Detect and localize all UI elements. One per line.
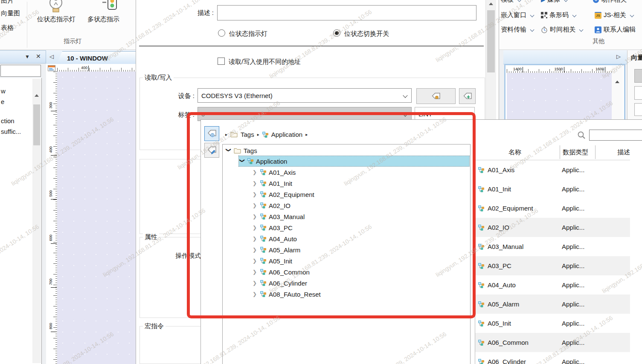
tree-item-root[interactable]: ❯ Tags (226, 145, 257, 156)
dock-filter-input[interactable] (0, 65, 41, 77)
chevron-down-icon[interactable]: ❯ (239, 159, 245, 164)
column-header-datatype[interactable]: 数据类型 (563, 148, 588, 156)
breadcrumb-root[interactable]: Tags (241, 131, 254, 138)
table-row[interactable]: A06_CommonApplic... (475, 333, 630, 352)
tree-item[interactable]: ❯A03_Manual (253, 211, 305, 222)
tab-scroll-right-icon[interactable]: ▷ (616, 54, 621, 59)
ruler-tick (523, 67, 523, 72)
ribbon-item-table[interactable]: 表格 (1, 24, 14, 32)
ribbon-item-barcode[interactable]: 条形码 (541, 11, 576, 19)
tree-item[interactable]: ❯A01_Axis (253, 167, 296, 177)
column-header-description[interactable]: 描述 (617, 148, 630, 156)
column-header-name[interactable]: 名称 (508, 148, 521, 156)
ribbon-item-picture[interactable]: 图片 (1, 0, 14, 5)
ribbon-item-time-related[interactable]: 时间相关 (541, 26, 583, 34)
chevron-right-icon[interactable]: ❯ (253, 180, 258, 186)
list-item[interactable]: e (1, 98, 4, 105)
search-input[interactable] (589, 130, 642, 141)
dock-menu-icon[interactable]: ▼ (25, 54, 30, 60)
table-row[interactable]: A03_PCApplic... (475, 256, 630, 275)
column-divider[interactable] (595, 145, 596, 159)
chevron-right-icon[interactable]: ❯ (253, 269, 258, 275)
ribbon-item-bit-lamp[interactable]: 位状态指示灯 (35, 15, 77, 23)
chevron-right-icon[interactable]: ❯ (253, 236, 258, 242)
ribbon-item-action[interactable]: + 动作相关 (593, 0, 627, 4)
scrollbar-thumb[interactable] (487, 10, 495, 72)
radio-bit-toggle[interactable] (333, 29, 340, 37)
shape-item[interactable] (634, 86, 642, 100)
table-row[interactable]: A05_AlarmApplic... (475, 295, 630, 314)
ribbon-item-data-transfer[interactable]: 资料传输 (501, 26, 534, 34)
tree-item[interactable]: ❯A03_PC (253, 222, 293, 233)
table-row[interactable]: A01_InitApplic... (475, 179, 630, 199)
radio-bit-lamp[interactable] (218, 29, 225, 37)
ribbon-separator (27, 2, 27, 48)
tree-item[interactable]: ❯A06_Cylinder (253, 278, 307, 288)
diff-address-checkbox[interactable] (218, 58, 225, 65)
ribbon-item-contacts[interactable]: 联系人编辑 (595, 26, 636, 34)
list-item[interactable]: w (1, 87, 6, 95)
chevron-right-icon[interactable]: ❯ (253, 191, 258, 197)
dialog-scrollbar[interactable] (485, 0, 496, 121)
design-canvas[interactable] (507, 73, 612, 119)
tree-item[interactable]: ❯A08_FAuto_Reset (253, 289, 321, 299)
list-item[interactable]: suffic... (1, 128, 21, 135)
table-row[interactable]: A04_AutoApplic... (475, 275, 630, 295)
tree-item-application[interactable]: ❯ Application (240, 156, 287, 166)
scroll-up-icon[interactable] (489, 3, 493, 5)
tree-item[interactable]: ❯A01_Init (253, 178, 292, 188)
tree-item[interactable]: ❯A06_Common (253, 267, 310, 277)
table-row[interactable]: A01_AxisApplic... (475, 160, 630, 179)
breadcrumb-arrow-icon[interactable]: ▸ (257, 132, 259, 137)
ribbon-item-embed-window[interactable]: 嵌入窗口 (501, 11, 534, 19)
tag-add-button[interactable] (459, 88, 476, 104)
table-row[interactable]: A02_EquipmentApplic... (475, 199, 630, 218)
traffic-light-icon[interactable] (102, 0, 121, 14)
scroll-up-icon[interactable] (615, 81, 619, 83)
breadcrumb-current[interactable]: Application (271, 131, 302, 138)
design-canvas[interactable] (57, 72, 136, 364)
column-divider[interactable] (560, 145, 560, 159)
canvas-scrollbar[interactable] (612, 66, 623, 119)
tag-edit-button[interactable] (204, 143, 219, 158)
scroll-up-icon[interactable] (35, 94, 39, 97)
description-input[interactable] (217, 5, 476, 20)
breadcrumb-arrow-icon[interactable]: ▸ (225, 132, 227, 137)
chevron-right-icon[interactable]: ❯ (253, 202, 258, 208)
chevron-right-icon[interactable]: ❯ (253, 258, 258, 264)
bulb-icon[interactable] (46, 0, 66, 14)
table-row[interactable]: A05_InitApplic... (475, 314, 630, 333)
breadcrumb-arrow-icon[interactable]: ▸ (305, 132, 308, 137)
tree-item[interactable]: ❯A05_Init (253, 256, 292, 266)
chevron-right-icon[interactable]: ❯ (253, 169, 258, 175)
table-row[interactable]: A02_IOApplic... (475, 218, 630, 237)
ribbon-item-template[interactable]: 模板 (501, 0, 521, 4)
chevron-right-icon[interactable]: ❯ (253, 291, 258, 297)
tree-item[interactable]: ❯A02_IO (253, 200, 290, 211)
chevron-right-icon[interactable]: ❯ (253, 214, 258, 220)
tag-pencil-icon (207, 146, 217, 154)
chevron-right-icon[interactable]: ❯ (253, 225, 258, 231)
tree-item[interactable]: ❯A04_Auto (253, 234, 297, 244)
dock-scrollbar[interactable] (32, 79, 41, 363)
tag-online-browse-button[interactable] (204, 126, 219, 141)
shape-item[interactable] (634, 103, 642, 116)
table-row[interactable]: A03_ManualApplic... (475, 237, 630, 256)
tree-item[interactable]: ❯A02_Equipment (253, 189, 314, 199)
chevron-down-icon[interactable]: ❯ (226, 148, 232, 153)
tree-item[interactable]: ❯A05_Alarm (253, 245, 300, 255)
chevron-right-icon[interactable]: ❯ (253, 247, 258, 253)
ribbon-item-js[interactable]: JS JS-相关 (595, 11, 633, 19)
shape-item[interactable] (634, 69, 642, 83)
ribbon-item-media[interactable]: ▶ 媒体 (541, 0, 567, 4)
chevron-right-icon[interactable]: ❯ (253, 280, 258, 286)
ribbon-item-multi-lamp[interactable]: 多状态指示 (87, 15, 119, 23)
tag-browse-button[interactable] (416, 88, 456, 104)
device-combobox[interactable]: CODESYS V3 (Ethernet) (198, 88, 412, 103)
list-item[interactable]: ction (1, 117, 15, 124)
ribbon-item-vector[interactable]: 向量图 (1, 9, 20, 17)
tab-scroll-left-icon[interactable]: ◁ (49, 54, 54, 59)
close-icon[interactable]: ✕ (36, 53, 41, 60)
table-row[interactable]: A06_CylinderApplic... (475, 352, 630, 364)
scrollbar-thumb[interactable] (33, 104, 40, 145)
